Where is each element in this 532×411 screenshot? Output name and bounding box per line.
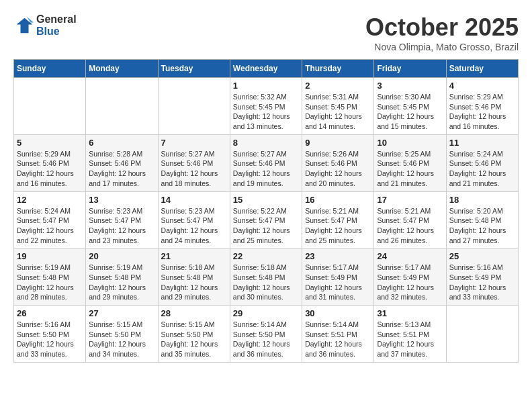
day-number: 30 <box>305 308 371 318</box>
day-info: Sunrise: 5:21 AM Sunset: 5:47 PM Dayligh… <box>377 206 443 246</box>
day-info: Sunrise: 5:23 AM Sunset: 5:47 PM Dayligh… <box>89 206 154 246</box>
day-number: 24 <box>377 251 443 261</box>
day-number: 1 <box>233 81 299 91</box>
day-number: 3 <box>377 81 443 91</box>
calendar-week-row: 12Sunrise: 5:24 AM Sunset: 5:47 PM Dayli… <box>14 191 519 248</box>
day-info: Sunrise: 5:26 AM Sunset: 5:46 PM Dayligh… <box>305 149 371 189</box>
weekday-header-monday: Monday <box>86 60 158 78</box>
day-info: Sunrise: 5:30 AM Sunset: 5:45 PM Dayligh… <box>377 92 443 132</box>
day-number: 6 <box>89 138 154 148</box>
calendar-cell: 19Sunrise: 5:19 AM Sunset: 5:48 PM Dayli… <box>14 248 86 306</box>
day-info: Sunrise: 5:13 AM Sunset: 5:51 PM Dayligh… <box>377 320 443 359</box>
day-number: 31 <box>377 308 443 318</box>
day-number: 13 <box>89 195 154 205</box>
calendar-cell: 31Sunrise: 5:13 AM Sunset: 5:51 PM Dayli… <box>374 306 446 363</box>
calendar-week-row: 26Sunrise: 5:16 AM Sunset: 5:50 PM Dayli… <box>14 306 519 363</box>
calendar-cell: 9Sunrise: 5:26 AM Sunset: 5:46 PM Daylig… <box>302 134 374 191</box>
day-info: Sunrise: 5:19 AM Sunset: 5:48 PM Dayligh… <box>17 263 83 302</box>
day-info: Sunrise: 5:22 AM Sunset: 5:47 PM Dayligh… <box>233 206 299 246</box>
calendar-cell: 14Sunrise: 5:23 AM Sunset: 5:47 PM Dayli… <box>158 191 230 248</box>
calendar-cell: 20Sunrise: 5:19 AM Sunset: 5:48 PM Dayli… <box>86 248 158 306</box>
calendar-cell: 10Sunrise: 5:25 AM Sunset: 5:46 PM Dayli… <box>374 134 446 191</box>
weekday-header-row: SundayMondayTuesdayWednesdayThursdayFrid… <box>14 60 519 78</box>
location-subtitle: Nova Olimpia, Mato Grosso, Brazil <box>365 42 519 52</box>
day-number: 15 <box>233 195 299 205</box>
day-info: Sunrise: 5:14 AM Sunset: 5:51 PM Dayligh… <box>305 320 371 359</box>
calendar-cell: 29Sunrise: 5:14 AM Sunset: 5:50 PM Dayli… <box>230 306 302 363</box>
day-info: Sunrise: 5:17 AM Sunset: 5:49 PM Dayligh… <box>305 263 371 302</box>
day-info: Sunrise: 5:16 AM Sunset: 5:50 PM Dayligh… <box>17 320 83 359</box>
day-info: Sunrise: 5:25 AM Sunset: 5:46 PM Dayligh… <box>377 149 443 189</box>
day-info: Sunrise: 5:19 AM Sunset: 5:48 PM Dayligh… <box>89 263 154 302</box>
day-info: Sunrise: 5:21 AM Sunset: 5:47 PM Dayligh… <box>305 206 371 246</box>
calendar-cell: 1Sunrise: 5:32 AM Sunset: 5:45 PM Daylig… <box>230 78 302 135</box>
calendar-week-row: 5Sunrise: 5:29 AM Sunset: 5:46 PM Daylig… <box>14 134 519 191</box>
day-number: 26 <box>17 308 83 318</box>
day-info: Sunrise: 5:24 AM Sunset: 5:46 PM Dayligh… <box>449 149 515 189</box>
day-info: Sunrise: 5:28 AM Sunset: 5:46 PM Dayligh… <box>89 149 154 189</box>
logo: General Blue <box>13 13 77 38</box>
day-number: 17 <box>377 195 443 205</box>
day-number: 7 <box>161 138 227 148</box>
calendar-cell: 30Sunrise: 5:14 AM Sunset: 5:51 PM Dayli… <box>302 306 374 363</box>
day-number: 22 <box>233 251 299 261</box>
day-number: 9 <box>305 138 371 148</box>
day-info: Sunrise: 5:29 AM Sunset: 5:46 PM Dayligh… <box>449 92 515 132</box>
calendar-cell: 27Sunrise: 5:15 AM Sunset: 5:50 PM Dayli… <box>86 306 158 363</box>
day-number: 21 <box>161 251 227 261</box>
calendar-cell: 5Sunrise: 5:29 AM Sunset: 5:46 PM Daylig… <box>14 134 86 191</box>
calendar-cell: 23Sunrise: 5:17 AM Sunset: 5:49 PM Dayli… <box>302 248 374 306</box>
page-header: General Blue October 2025 Nova Olimpia, … <box>13 13 519 52</box>
calendar-cell: 2Sunrise: 5:31 AM Sunset: 5:45 PM Daylig… <box>302 78 374 135</box>
calendar-cell <box>14 78 86 135</box>
calendar-cell: 25Sunrise: 5:16 AM Sunset: 5:49 PM Dayli… <box>446 248 518 306</box>
calendar-cell: 24Sunrise: 5:17 AM Sunset: 5:49 PM Dayli… <box>374 248 446 306</box>
day-number: 18 <box>449 195 515 205</box>
day-info: Sunrise: 5:27 AM Sunset: 5:46 PM Dayligh… <box>233 149 299 189</box>
calendar-cell <box>86 78 158 135</box>
day-info: Sunrise: 5:15 AM Sunset: 5:50 PM Dayligh… <box>89 320 154 359</box>
day-info: Sunrise: 5:14 AM Sunset: 5:50 PM Dayligh… <box>233 320 299 359</box>
calendar-cell: 13Sunrise: 5:23 AM Sunset: 5:47 PM Dayli… <box>86 191 158 248</box>
day-number: 25 <box>449 251 515 261</box>
day-number: 23 <box>305 251 371 261</box>
day-info: Sunrise: 5:17 AM Sunset: 5:49 PM Dayligh… <box>377 263 443 302</box>
day-number: 8 <box>233 138 299 148</box>
weekday-header-friday: Friday <box>374 60 446 78</box>
day-info: Sunrise: 5:18 AM Sunset: 5:48 PM Dayligh… <box>233 263 299 302</box>
calendar-cell: 28Sunrise: 5:15 AM Sunset: 5:50 PM Dayli… <box>158 306 230 363</box>
day-info: Sunrise: 5:18 AM Sunset: 5:48 PM Dayligh… <box>161 263 227 302</box>
calendar-cell: 16Sunrise: 5:21 AM Sunset: 5:47 PM Dayli… <box>302 191 374 248</box>
calendar-cell: 3Sunrise: 5:30 AM Sunset: 5:45 PM Daylig… <box>374 78 446 135</box>
day-number: 28 <box>161 308 227 318</box>
day-number: 5 <box>17 138 83 148</box>
weekday-header-tuesday: Tuesday <box>158 60 230 78</box>
day-number: 2 <box>305 81 371 91</box>
title-block: October 2025 Nova Olimpia, Mato Grosso, … <box>365 13 519 52</box>
day-info: Sunrise: 5:29 AM Sunset: 5:46 PM Dayligh… <box>17 149 83 189</box>
calendar-cell: 26Sunrise: 5:16 AM Sunset: 5:50 PM Dayli… <box>14 306 86 363</box>
day-info: Sunrise: 5:16 AM Sunset: 5:49 PM Dayligh… <box>449 263 515 302</box>
calendar-cell <box>446 306 518 363</box>
calendar-cell: 17Sunrise: 5:21 AM Sunset: 5:47 PM Dayli… <box>374 191 446 248</box>
calendar-cell: 4Sunrise: 5:29 AM Sunset: 5:46 PM Daylig… <box>446 78 518 135</box>
calendar-cell: 18Sunrise: 5:20 AM Sunset: 5:48 PM Dayli… <box>446 191 518 248</box>
weekday-header-saturday: Saturday <box>446 60 518 78</box>
calendar-cell: 6Sunrise: 5:28 AM Sunset: 5:46 PM Daylig… <box>86 134 158 191</box>
day-number: 4 <box>449 81 515 91</box>
weekday-header-sunday: Sunday <box>14 60 86 78</box>
calendar-cell: 21Sunrise: 5:18 AM Sunset: 5:48 PM Dayli… <box>158 248 230 306</box>
calendar-cell: 12Sunrise: 5:24 AM Sunset: 5:47 PM Dayli… <box>14 191 86 248</box>
calendar-cell: 15Sunrise: 5:22 AM Sunset: 5:47 PM Dayli… <box>230 191 302 248</box>
day-number: 29 <box>233 308 299 318</box>
month-title: October 2025 <box>365 13 519 42</box>
weekday-header-thursday: Thursday <box>302 60 374 78</box>
day-number: 10 <box>377 138 443 148</box>
day-number: 19 <box>17 251 83 261</box>
day-number: 14 <box>161 195 227 205</box>
day-info: Sunrise: 5:15 AM Sunset: 5:50 PM Dayligh… <box>161 320 227 359</box>
calendar-cell: 8Sunrise: 5:27 AM Sunset: 5:46 PM Daylig… <box>230 134 302 191</box>
day-number: 12 <box>17 195 83 205</box>
day-number: 27 <box>89 308 154 318</box>
day-number: 11 <box>449 138 515 148</box>
